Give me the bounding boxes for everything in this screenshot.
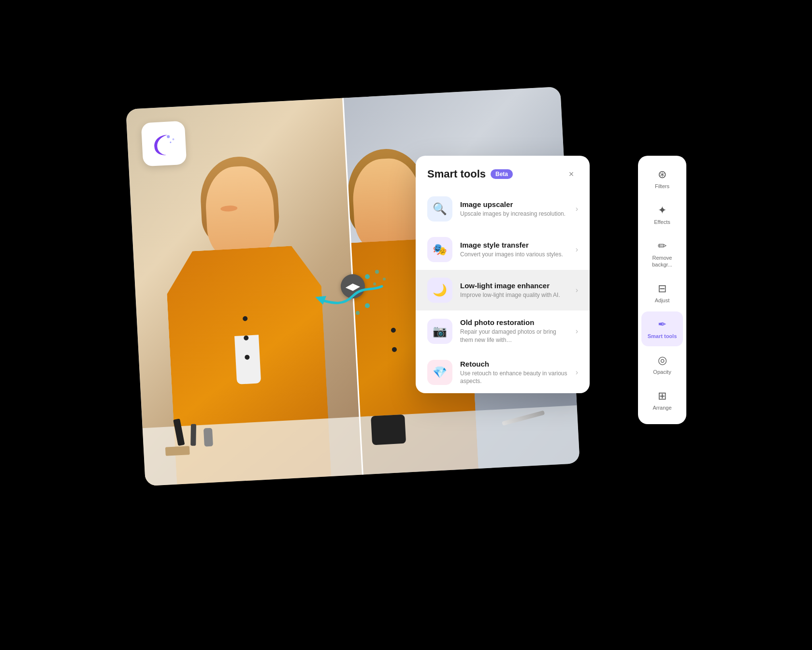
sidebar-icon-filters: ⊛: [658, 168, 667, 181]
close-button[interactable]: ×: [565, 167, 578, 181]
tool-list: 🔍 Image upscaler Upscale images by incre…: [416, 189, 590, 393]
svg-point-1: [172, 138, 174, 140]
right-sidebar: ⊛ Filters ✦ Effects ✏ Remove backgr... ⊟…: [638, 156, 686, 424]
tool-text-image-upscaler: Image upscaler Upscale images by increas…: [460, 200, 568, 218]
sidebar-icon-effects: ✦: [658, 204, 667, 217]
svg-point-0: [167, 135, 170, 138]
tool-text-image-style-transfer: Image style transfer Convert your images…: [460, 241, 568, 259]
tool-name-low-light-enhancer: Low-light image enhancer: [460, 281, 568, 290]
sidebar-label-filters: Filters: [655, 183, 669, 190]
tool-icon-retouch: 💎: [427, 360, 452, 385]
tool-icon-image-style-transfer: 🎭: [427, 237, 452, 262]
smart-tools-panel: Smart tools Beta × 🔍 Image upscaler Upsc…: [416, 156, 590, 393]
sidebar-label-remove-bg: Remove backgr...: [645, 255, 679, 267]
tool-name-old-photo-restoration: Old photo restoration: [460, 318, 568, 326]
tool-chevron-image-style-transfer: ›: [576, 245, 578, 254]
tool-item-old-photo-restoration[interactable]: 📷 Old photo restoration Repair your dama…: [416, 310, 590, 352]
tool-desc-low-light-enhancer: Improve low-light image quality with AI.: [460, 291, 568, 299]
sidebar-icon-smart-tools: ✒: [658, 318, 667, 331]
tool-chevron-image-upscaler: ›: [576, 205, 578, 213]
sidebar-label-opacity: Opacity: [653, 369, 671, 375]
app-logo: [141, 121, 187, 167]
logo-svg: [148, 129, 179, 159]
beta-badge: Beta: [491, 169, 513, 179]
sidebar-label-arrange: Arrange: [652, 405, 671, 411]
tool-desc-old-photo-restoration: Repair your damaged photos or bring them…: [460, 328, 568, 344]
sidebar-item-adjust[interactable]: ⊟ Adjust: [641, 276, 683, 310]
sidebar-item-arrange[interactable]: ⊞ Arrange: [641, 383, 683, 418]
sidebar-item-remove-bg[interactable]: ✏ Remove backgr...: [641, 233, 683, 274]
tool-text-old-photo-restoration: Old photo restoration Repair your damage…: [460, 318, 568, 344]
tool-name-image-style-transfer: Image style transfer: [460, 241, 568, 249]
sidebar-icon-adjust: ⊟: [658, 282, 667, 295]
panel-title-group: Smart tools Beta: [427, 168, 513, 180]
sidebar-item-effects[interactable]: ✦ Effects: [641, 197, 683, 232]
tool-icon-image-upscaler: 🔍: [427, 196, 452, 222]
tool-item-retouch[interactable]: 💎 Retouch Use retouch to enhance beauty …: [416, 352, 590, 394]
tool-chevron-old-photo-restoration: ›: [576, 327, 578, 336]
tool-desc-retouch: Use retouch to enhance beauty in various…: [460, 369, 568, 386]
panel-title: Smart tools: [427, 168, 486, 180]
sidebar-list: ⊛ Filters ✦ Effects ✏ Remove backgr... ⊟…: [638, 161, 686, 419]
tool-desc-image-style-transfer: Convert your images into various styles.: [460, 251, 568, 259]
tool-text-retouch: Retouch Use retouch to enhance beauty in…: [460, 360, 568, 386]
sidebar-item-opacity[interactable]: ◎ Opacity: [641, 347, 683, 382]
tool-item-image-upscaler[interactable]: 🔍 Image upscaler Upscale images by incre…: [416, 189, 590, 229]
svg-point-2: [170, 142, 171, 143]
tool-item-low-light-enhancer[interactable]: 🌙 Low-light image enhancer Improve low-l…: [416, 270, 590, 310]
tool-name-image-upscaler: Image upscaler: [460, 200, 568, 208]
tool-name-retouch: Retouch: [460, 360, 568, 368]
tool-text-low-light-enhancer: Low-light image enhancer Improve low-lig…: [460, 281, 568, 299]
tool-chevron-low-light-enhancer: ›: [576, 286, 578, 295]
sidebar-label-adjust: Adjust: [655, 297, 670, 304]
compare-handle-icon: ◀▶: [345, 280, 360, 293]
sidebar-item-smart-tools[interactable]: ✒ Smart tools: [641, 311, 683, 346]
tool-icon-low-light-enhancer: 🌙: [427, 278, 452, 303]
tool-desc-image-upscaler: Upscale images by increasing resolution.: [460, 210, 568, 218]
main-scene: ◀▶: [116, 59, 696, 591]
panel-header: Smart tools Beta ×: [416, 156, 590, 189]
tool-icon-old-photo-restoration: 📷: [427, 319, 452, 344]
sidebar-icon-opacity: ◎: [658, 354, 667, 367]
sidebar-icon-arrange: ⊞: [658, 390, 667, 402]
tool-chevron-retouch: ›: [576, 368, 578, 377]
sidebar-icon-remove-bg: ✏: [658, 240, 667, 252]
tool-item-image-style-transfer[interactable]: 🎭 Image style transfer Convert your imag…: [416, 229, 590, 270]
sidebar-item-filters[interactable]: ⊛ Filters: [641, 162, 683, 196]
sidebar-label-smart-tools: Smart tools: [648, 333, 677, 340]
sidebar-label-effects: Effects: [654, 219, 670, 225]
close-icon: ×: [569, 169, 574, 179]
